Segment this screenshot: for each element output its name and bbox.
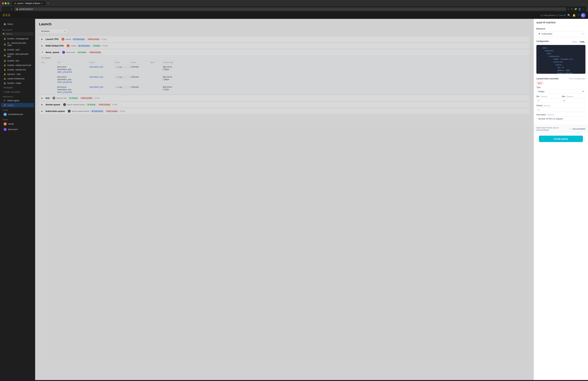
lock-icon: 🔒	[3, 77, 6, 80]
active-tab[interactable]: ⚡ Launch – Weights & Biases ✕	[12, 1, 45, 5]
extensions-icon[interactable]: 🧩	[574, 8, 577, 10]
parse-config-button[interactable]: Parse configuration	[569, 78, 586, 80]
content-inner: Launch All teams ▾ ▶ Launch TPU	[35, 19, 534, 118]
sidebar-item-model-registry[interactable]: ⚙ Model registry	[1, 98, 34, 103]
type-select[interactable]: Integer ▾	[536, 89, 586, 94]
sidebar-profile-item[interactable]: BC bcanfieldsherman	[1, 112, 34, 117]
sidebar-project-item[interactable]: 🔒 kyle-ben-.../test	[1, 72, 34, 76]
url-text: wandb.ai/launch	[19, 8, 33, 10]
sidebar-project-item[interactable]: 🔒 wandb-smle/dummy	[1, 76, 34, 81]
menu-icon[interactable]: ⋮	[582, 8, 585, 10]
create-queue-button[interactable]: Create queue	[539, 136, 583, 142]
profile-icon[interactable]: 👤	[578, 8, 581, 10]
queue-header-docker-queue[interactable]: ▶ docker-queue L launch-release-testing …	[39, 102, 530, 108]
expand-icon[interactable]: ▶	[42, 45, 44, 47]
url-box[interactable]: 🔒 wandb.ai/launch	[14, 7, 566, 11]
queue-row-global-cpu: ▶ W&B Global CPU W wandb ☸ Kubernetes Ac…	[39, 43, 530, 49]
profile-avatar: BC	[3, 113, 7, 116]
cell-status: ⟶ Idle	[115, 66, 131, 68]
expand-icon[interactable]: ▶	[42, 97, 44, 99]
job-link[interactable]: demo_job.py:late	[57, 71, 89, 73]
sidebar-project-item[interactable]: 🔒 bcanfiel.../sd-playground	[1, 37, 34, 41]
tab-close-icon[interactable]: ✕	[42, 2, 43, 4]
sidebar-project-item[interactable]: 🔒 bcanfiel.../yest	[1, 47, 34, 52]
queue-name: W&B Global CPU	[45, 45, 64, 47]
queue-header-kubernetes-queue[interactable]: ▶ kubernetes-queue L launch-release-test…	[39, 108, 530, 114]
sidebar-team-wandb[interactable]: W wandb	[1, 121, 34, 127]
shield-icon[interactable]: 🛡	[571, 8, 573, 10]
model-registry-icon: ⚙	[3, 99, 6, 102]
reload-button[interactable]: ↻	[10, 8, 13, 11]
col-project: Project	[89, 61, 115, 63]
default-input[interactable]	[536, 107, 586, 112]
resource-select[interactable]: ☸ Kubernetes ▾	[536, 31, 586, 37]
bookmark-icon[interactable]: ☆	[567, 8, 569, 10]
cell-job: job-source- automation_quic demo_job.py:…	[57, 66, 89, 73]
minimize-button[interactable]	[5, 2, 7, 4]
sidebar-project-item[interactable]: 🔒 bc... /launch-jobs-jobs-stabl...	[1, 41, 34, 47]
queue-header-test[interactable]: ▶ test K kyle-ben-test 🐳 Docker Not runn…	[39, 95, 530, 101]
close-button[interactable]	[2, 2, 4, 4]
sidebar-team-demo[interactable]: D demo-team	[1, 127, 34, 132]
search-icon[interactable]: 🔍	[567, 14, 571, 17]
sidebar-project-item[interactable]: 🔒 bcanfiel.../wandb-cicd	[1, 67, 34, 72]
sidebar-item-home[interactable]: 🏠 Home	[1, 22, 34, 26]
lock-icon: 🔒	[3, 82, 6, 84]
teams-filter-dropdown[interactable]: All teams ▾	[39, 29, 68, 33]
bell-icon[interactable]: 🔔	[572, 14, 576, 17]
tab-json[interactable]: JSON	[571, 41, 578, 43]
min-field: Min Optional	[536, 95, 560, 103]
sub-table-search: 🔍	[39, 55, 530, 61]
sidebar-item-launch[interactable]: 🚀 Launch	[1, 103, 34, 107]
job-link[interactable]: demo_job.py:late	[57, 81, 89, 83]
max-optional: Optional	[567, 95, 573, 97]
status-dot	[81, 98, 82, 99]
cell-project[interactable]: automation_quic	[89, 86, 115, 88]
queue-user-avatar: L	[63, 103, 66, 106]
queue-name: test	[45, 97, 49, 99]
app: ⠿⠿⠿ ◎ Using Weave 1.0 Turn off 🔍 🔔 ? BC …	[0, 12, 588, 380]
sidebar-create-project[interactable]: + Create new project	[0, 90, 35, 94]
turn-off-button[interactable]: Turn off	[559, 14, 566, 17]
sidebar-project-item[interactable]: 🔒 bcanfiel.../myjob	[1, 81, 34, 85]
tab-bar: ⚡ Launch – Weights & Biases ✕ + ⌄	[2, 1, 586, 5]
demo-team-avatar: D	[3, 128, 7, 131]
search-placeholder: Search	[6, 33, 12, 35]
back-button[interactable]: ‹	[3, 8, 5, 11]
sidebar-project-item[interactable]: 🔒 bcanfiel.../ben	[1, 59, 34, 63]
expand-icon[interactable]: ▶	[42, 38, 44, 40]
description-input[interactable]	[536, 116, 586, 121]
cell-project[interactable]: automation_quic	[89, 66, 115, 68]
search-input[interactable]	[44, 57, 64, 59]
sidebar-search[interactable]: 🔍 Search	[1, 32, 34, 36]
queue-meta: L launch-release-testing 🐳 Docker Not ru…	[63, 103, 527, 106]
nav-actions: ◎ Using Weave 1.0 Turn off 🔍 🔔 ? BC	[541, 13, 586, 18]
cell-project[interactable]: automation_quic	[89, 76, 115, 78]
right-panel: Resource ☸ Kubernetes ▾ Configuration JS…	[534, 19, 588, 380]
queue-header-global-cpu[interactable]: ▶ W&B Global CPU W wandb ☸ Kubernetes Ac…	[39, 43, 530, 49]
queue-name-input[interactable]	[536, 21, 586, 24]
expand-icon[interactable]: ▶	[42, 110, 44, 112]
queue-header-launch-tpu[interactable]: ▶ Launch TPU W wandb ☸ Kubernetes Not ru…	[39, 36, 530, 42]
tab-yaml[interactable]: YAML	[579, 41, 586, 43]
forward-button[interactable]: ›	[7, 8, 9, 11]
queue-row-docker-queue: ▶ docker-queue L launch-release-testing …	[39, 101, 530, 108]
user-avatar[interactable]: BC	[581, 13, 586, 18]
documentation-link[interactable]: 📄 Documentation	[569, 128, 586, 130]
sidebar-project-item[interactable]: 🔒 bcanfiel.../joke-generator-gpt2	[1, 52, 34, 58]
help-icon[interactable]: ?	[578, 14, 579, 17]
min-input[interactable]	[536, 98, 560, 103]
sidebar-all-projects[interactable]: All projects	[1, 86, 34, 90]
table-row: job-source- automation_quic demo_job.py:…	[39, 74, 530, 85]
cell-date: May 3rd at 2:02pm	[163, 66, 189, 70]
expand-icon[interactable]: ▶	[42, 104, 44, 106]
queue-header-demo-queue[interactable]: ▼ demo_queue D demo-team 🐳 Docker Not ru…	[39, 49, 530, 55]
new-tab-button[interactable]: +	[46, 1, 50, 5]
sidebar-teams-label: Teams	[0, 117, 35, 121]
status-dot	[93, 45, 94, 46]
max-input[interactable]	[562, 98, 586, 103]
expand-icon[interactable]: ▼	[42, 51, 44, 53]
sidebar-project-item[interactable]: 🔒 bcanfiel.../simple-launch-job	[1, 63, 34, 67]
job-link[interactable]: demo_job.py:late	[57, 91, 89, 93]
maximize-button[interactable]	[7, 2, 9, 4]
